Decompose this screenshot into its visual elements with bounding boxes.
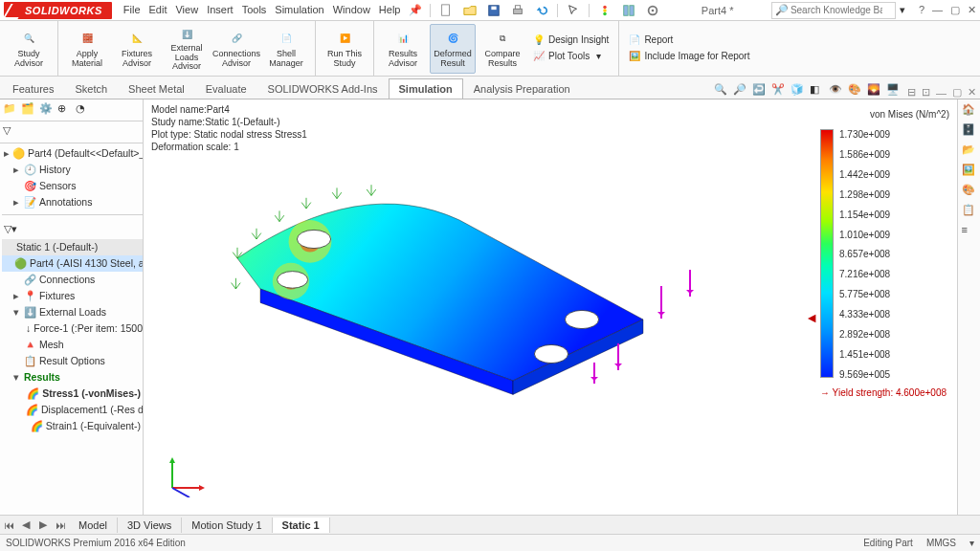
tab-first-icon[interactable]: ⏮ — [0, 519, 17, 531]
tab-sheet-metal[interactable]: Sheet Metal — [118, 78, 195, 99]
home-icon[interactable]: 🏠 — [962, 103, 977, 119]
filter-icon[interactable]: ▽ — [3, 124, 18, 140]
appearances-icon[interactable]: 🎨 — [962, 184, 977, 199]
plot-tools-button[interactable]: 📈Plot Tools ▾ — [529, 49, 612, 64]
menu-insert[interactable]: Insert — [207, 4, 234, 16]
tree-external-loads[interactable]: External Loads — [39, 304, 106, 320]
tree-strain1[interactable]: Strain1 (-Equivalent-) — [46, 418, 141, 434]
connections-advisor-button[interactable]: 🔗Connections Advisor — [213, 24, 259, 74]
custom-props-icon[interactable]: 📋 — [962, 204, 977, 219]
design-insight-button[interactable]: 💡Design Insight — [529, 33, 612, 48]
appearance-icon[interactable]: 🎨 — [848, 83, 863, 99]
tab-addins[interactable]: SOLIDWORKS Add-Ins — [257, 78, 389, 99]
file-explorer-icon[interactable]: 📂 — [962, 143, 977, 159]
menu-view[interactable]: View — [175, 4, 198, 16]
feature-tree[interactable]: ▸🟡 Part4 (Default<<Default>_Display Stat… — [0, 143, 143, 515]
child-x-icon[interactable]: ✕ — [968, 86, 976, 99]
tree-connections[interactable]: Connections — [39, 272, 95, 288]
shell-manager-button[interactable]: 📄Shell Manager — [263, 24, 309, 74]
search-box[interactable]: 🔎 — [771, 2, 896, 19]
tab-simulation[interactable]: Simulation — [389, 78, 463, 99]
menu-window[interactable]: Window — [333, 4, 370, 16]
status-units[interactable]: MMGS — [926, 538, 956, 548]
tree-annotations[interactable]: Annotations — [39, 194, 92, 210]
hide-show-icon[interactable]: 👁️ — [829, 83, 844, 99]
section-view-icon[interactable]: ✂️ — [771, 83, 787, 99]
tree-results[interactable]: Results — [24, 369, 60, 386]
filter-icon-2[interactable]: ▽▾ — [4, 221, 17, 237]
tab-prev-icon[interactable]: ◀ — [17, 518, 34, 531]
graphics-area[interactable]: Model name:Part4 Study name:Static 1(-De… — [144, 99, 957, 515]
fm-display-icon[interactable]: ◔ — [76, 102, 91, 118]
tab-motion-study[interactable]: Motion Study 1 — [182, 518, 272, 533]
child-max-icon[interactable]: ⊡ — [922, 86, 930, 99]
tab-next-icon[interactable]: ▶ — [34, 518, 52, 531]
fixtures-advisor-button[interactable]: 📐Fixtures Advisor — [114, 24, 160, 74]
prev-view-icon[interactable]: ↩️ — [752, 83, 768, 99]
open-button[interactable] — [459, 2, 480, 19]
tree-result-options[interactable]: Result Options — [39, 353, 105, 369]
view-settings-icon[interactable]: 🖥️ — [886, 83, 902, 99]
help-button[interactable]: ? — [919, 4, 924, 16]
tree-force-1[interactable]: Force-1 (:Per item: 1500 N:) — [33, 320, 143, 337]
include-image-button[interactable]: 🖼️Include Image for Report — [625, 49, 753, 64]
external-loads-button[interactable]: ⬇️External Loads Advisor — [164, 24, 210, 74]
tab-sketch[interactable]: Sketch — [64, 78, 118, 99]
zoom-area-icon[interactable]: 🔎 — [733, 83, 748, 99]
menu-pin-icon[interactable]: 📌 — [409, 4, 422, 16]
close-button[interactable]: ✕ — [968, 4, 976, 16]
study-advisor-button[interactable]: 🔍Study Advisor — [6, 24, 52, 74]
deformed-result-button[interactable]: 🌀Deformed Result — [430, 24, 476, 74]
minimize-button[interactable]: — — [932, 4, 943, 16]
display-style-icon[interactable]: ◧ — [810, 83, 825, 99]
options-button[interactable] — [642, 2, 663, 19]
tree-stress1[interactable]: Stress1 (-vonMises-) — [42, 386, 141, 402]
report-button[interactable]: 📄Report — [625, 33, 753, 48]
tree-sensors[interactable]: Sensors — [39, 178, 77, 194]
search-dropdown-icon[interactable]: ▾ — [900, 4, 905, 16]
fm-tree-icon[interactable]: 📁 — [3, 102, 18, 118]
tree-material[interactable]: Part4 (-AISI 4130 Steel, annealed-) — [30, 255, 143, 272]
menu-edit[interactable]: Edit — [149, 4, 167, 16]
undo-button[interactable] — [531, 2, 552, 19]
tree-history[interactable]: History — [39, 162, 71, 178]
maximize-button[interactable]: ▢ — [950, 4, 960, 16]
tab-model[interactable]: Model — [69, 518, 118, 533]
menu-file[interactable]: File — [123, 4, 141, 16]
status-dropdown-icon[interactable]: ▾ — [969, 538, 974, 548]
tree-mesh[interactable]: Mesh — [39, 337, 64, 353]
menu-tools[interactable]: Tools — [242, 4, 267, 16]
tab-analysis-prep[interactable]: Analysis Preparation — [463, 78, 581, 99]
traffic-light-icon[interactable] — [594, 2, 615, 19]
view-palette-icon[interactable]: 🖼️ — [962, 164, 977, 179]
menu-help[interactable]: Help — [379, 4, 401, 16]
rebuild-button[interactable] — [618, 2, 639, 19]
search-input[interactable] — [789, 4, 884, 16]
results-advisor-button[interactable]: 📊Results Advisor — [380, 24, 426, 74]
child-close-icon[interactable]: ▢ — [952, 86, 962, 99]
child-restore-icon[interactable]: — — [936, 87, 947, 99]
tab-features[interactable]: Features — [2, 78, 64, 99]
save-button[interactable] — [483, 2, 504, 19]
view-triad[interactable] — [163, 453, 207, 497]
menu-simulation[interactable]: Simulation — [275, 4, 323, 16]
tab-last-icon[interactable]: ⏭ — [52, 519, 69, 531]
select-button[interactable] — [563, 2, 584, 19]
tab-3dviews[interactable]: 3D Views — [118, 518, 182, 533]
child-min-icon[interactable]: ⊟ — [907, 86, 916, 99]
new-doc-button[interactable] — [435, 2, 457, 19]
print-button[interactable] — [507, 2, 528, 19]
compare-results-button[interactable]: ⧉Compare Results — [479, 24, 525, 74]
run-study-button[interactable]: ▶️Run This Study — [322, 24, 368, 74]
tab-static1[interactable]: Static 1 — [273, 518, 330, 533]
fm-config-icon[interactable]: ⚙️ — [39, 102, 55, 118]
tree-displacement1[interactable]: Displacement1 (-Res disp-) — [41, 402, 143, 418]
library-icon[interactable]: 🗄️ — [962, 123, 977, 139]
tree-study[interactable]: Static 1 (-Default-) — [16, 239, 98, 255]
tree-root[interactable]: Part4 (Default<<Default>_Display State 1… — [28, 145, 143, 162]
zoom-fit-icon[interactable]: 🔍 — [714, 83, 729, 99]
apply-material-button[interactable]: 🧱Apply Material — [64, 24, 110, 74]
view-orient-icon[interactable]: 🧊 — [791, 83, 806, 99]
forum-icon[interactable]: ≡ — [962, 224, 977, 239]
fm-property-icon[interactable]: 🗂️ — [21, 102, 36, 118]
